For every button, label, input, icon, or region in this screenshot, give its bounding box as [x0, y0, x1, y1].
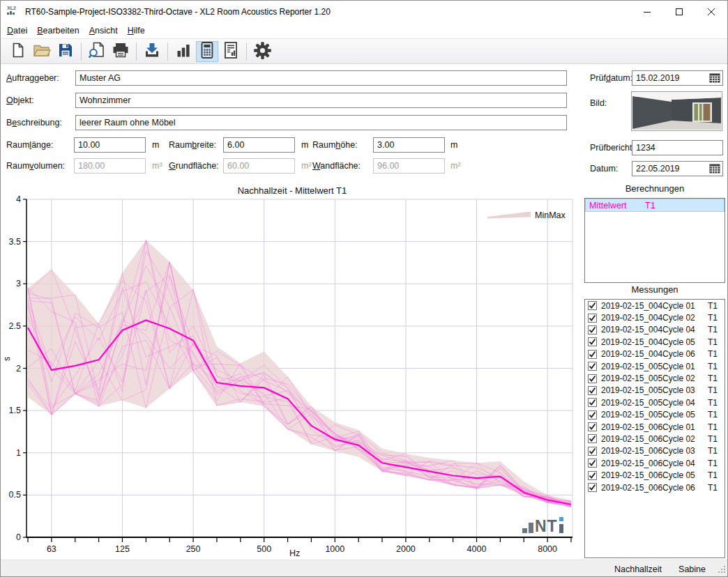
calculation-type: T1 [645, 201, 655, 210]
measurement-checkbox[interactable] [588, 301, 597, 310]
menu-hilfe[interactable]: Hilfe [123, 24, 150, 37]
measurement-checkbox[interactable] [588, 325, 597, 334]
pruefberichtnr-input[interactable] [632, 140, 723, 155]
raumhoehe-input[interactable] [373, 137, 445, 153]
toolbar-separator [136, 43, 137, 61]
measurement-name: 2019-02-15_004Cycle 01 [601, 301, 708, 311]
print-preview-button[interactable] [86, 41, 108, 62]
measurement-item[interactable]: 2019-02-15_006Cycle 06T1 [585, 482, 725, 493]
new-file-button[interactable] [7, 41, 29, 62]
measurement-checkbox[interactable] [588, 471, 597, 480]
calendar-icon[interactable] [707, 162, 722, 176]
svg-text:63: 63 [47, 544, 56, 554]
settings-button[interactable] [251, 41, 273, 62]
app-window: XL2 RT60-Sample-Project-ISO3382-Third-Oc… [0, 0, 728, 577]
close-button[interactable] [695, 1, 727, 23]
calculation-item[interactable]: MittelwertT1 [585, 199, 725, 212]
measurement-item[interactable]: 2019-02-15_005Cycle 04T1 [585, 397, 725, 408]
measurement-item[interactable]: 2019-02-15_006Cycle 05T1 [585, 469, 725, 481]
measurement-checkbox[interactable] [588, 422, 597, 431]
berechnungen-list[interactable]: MittelwertT1 [584, 198, 725, 283]
print-button[interactable] [109, 41, 132, 62]
measurement-type: T1 [708, 422, 718, 432]
measurement-item[interactable]: 2019-02-15_006Cycle 01T1 [585, 421, 725, 433]
menu-bearbeiten[interactable]: Bearbeiten [32, 24, 84, 37]
calculation-view-button[interactable] [196, 41, 218, 62]
measurements-view-button[interactable] [172, 41, 195, 62]
measurement-checkbox[interactable] [588, 459, 597, 468]
auftraggeber-input[interactable] [75, 70, 567, 86]
svg-text:2000: 2000 [396, 544, 416, 554]
status-nachhallzeit: Nachhallzeit [614, 564, 662, 574]
window-title: RT60-Sample-Project-ISO3382-Third-Octave… [25, 7, 331, 17]
measurement-item[interactable]: 2019-02-15_004Cycle 02T1 [585, 311, 725, 323]
status-bar: Nachhallzeit Sabine [1, 560, 727, 577]
svg-text:1: 1 [16, 448, 21, 458]
measurement-item[interactable]: 2019-02-15_004Cycle 05T1 [585, 336, 725, 348]
save-icon [57, 42, 74, 61]
menu-ansicht[interactable]: Ansicht [84, 24, 123, 37]
measurement-checkbox[interactable] [588, 362, 597, 371]
pruefdatum-input[interactable]: 15.02.2019 [632, 70, 723, 86]
raumbreite-input[interactable] [223, 137, 295, 153]
resize-grip[interactable] [717, 564, 727, 575]
room-photo[interactable] [631, 91, 722, 131]
raumhoehe-unit: m [450, 140, 457, 150]
measurement-checkbox[interactable] [588, 350, 597, 359]
measurement-item[interactable]: 2019-02-15_004Cycle 06T1 [585, 348, 725, 360]
measurement-type: T1 [708, 446, 718, 456]
measurement-item[interactable]: 2019-02-15_006Cycle 04T1 [585, 457, 725, 469]
measurement-item[interactable]: 2019-02-15_004Cycle 01T1 [585, 300, 725, 311]
calendar-icon[interactable] [707, 71, 722, 85]
objekt-input[interactable] [75, 93, 567, 108]
toolbar [1, 38, 727, 64]
measurement-type: T1 [708, 410, 718, 420]
save-button[interactable] [54, 41, 77, 62]
minimize-button[interactable] [631, 1, 663, 23]
measurement-name: 2019-02-15_006Cycle 02 [601, 434, 708, 444]
measurement-name: 2019-02-15_005Cycle 05 [601, 410, 708, 420]
open-folder-icon [33, 42, 51, 61]
messungen-list[interactable]: 2019-02-15_004Cycle 01T12019-02-15_004Cy… [584, 299, 725, 558]
measurement-item[interactable]: 2019-02-15_005Cycle 01T1 [585, 360, 725, 372]
measurement-item[interactable]: 2019-02-15_005Cycle 02T1 [585, 372, 725, 384]
nti-logo: NT [522, 516, 563, 533]
svg-text:2: 2 [16, 364, 21, 374]
measurement-checkbox[interactable] [588, 398, 597, 407]
maximize-button[interactable] [663, 1, 695, 23]
measurement-item[interactable]: 2019-02-15_006Cycle 03T1 [585, 445, 725, 457]
measurement-type: T1 [708, 362, 718, 371]
open-file-button[interactable] [31, 41, 53, 62]
measurement-item[interactable]: 2019-02-15_004Cycle 04T1 [585, 324, 725, 336]
measurement-checkbox[interactable] [588, 386, 597, 395]
measurement-type: T1 [708, 459, 718, 468]
measurement-item[interactable]: 2019-02-15_005Cycle 03T1 [585, 385, 725, 397]
measurement-checkbox[interactable] [588, 374, 597, 383]
measurement-checkbox[interactable] [588, 483, 597, 492]
raumlaenge-input[interactable] [74, 137, 146, 153]
beschreibung-input[interactable] [75, 115, 567, 130]
datum-input[interactable]: 22.05.2019 [632, 161, 723, 176]
report-view-button[interactable] [220, 41, 242, 62]
bild-label: Bild: [590, 98, 607, 108]
x-axis-unit-label: Hz [289, 548, 300, 558]
measurement-type: T1 [708, 398, 718, 408]
toolbar-separator [81, 43, 82, 61]
measurement-checkbox[interactable] [588, 447, 597, 456]
measurement-checkbox[interactable] [588, 410, 597, 420]
measurement-item[interactable]: 2019-02-15_005Cycle 05T1 [585, 409, 725, 421]
raumvolumen-input [74, 158, 146, 174]
measurement-checkbox[interactable] [588, 434, 597, 443]
measurement-name: 2019-02-15_005Cycle 02 [601, 374, 708, 383]
svg-text:1000: 1000 [325, 544, 344, 554]
measurement-checkbox[interactable] [588, 337, 597, 346]
measurement-item[interactable]: 2019-02-15_006Cycle 02T1 [585, 433, 725, 445]
menu-datei[interactable]: Datei [2, 24, 32, 37]
svg-text:250: 250 [186, 544, 201, 554]
toolbar-separator [246, 43, 247, 61]
messungen-title: Messungen [584, 284, 725, 295]
svg-text:500: 500 [257, 544, 271, 554]
measurement-checkbox[interactable] [588, 314, 597, 323]
svg-text:4000: 4000 [467, 544, 487, 554]
export-button[interactable] [141, 41, 163, 62]
